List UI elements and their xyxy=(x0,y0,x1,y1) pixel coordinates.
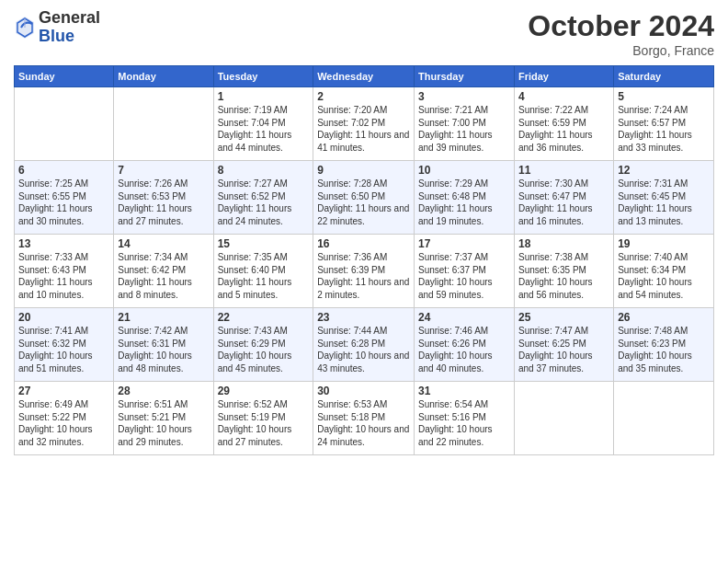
day-info: Sunrise: 7:22 AM Sunset: 6:59 PM Dayligh… xyxy=(518,104,609,154)
day-number: 24 xyxy=(418,311,510,324)
calendar-table: Sunday Monday Tuesday Wednesday Thursday… xyxy=(14,65,714,455)
table-row: 26Sunrise: 7:48 AM Sunset: 6:23 PM Dayli… xyxy=(614,308,714,382)
table-row: 24Sunrise: 7:46 AM Sunset: 6:26 PM Dayli… xyxy=(415,308,515,382)
table-row: 12Sunrise: 7:31 AM Sunset: 6:45 PM Dayli… xyxy=(614,161,714,235)
header-saturday: Saturday xyxy=(614,66,714,87)
day-info: Sunrise: 6:53 AM Sunset: 5:18 PM Dayligh… xyxy=(317,398,410,448)
day-number: 7 xyxy=(118,164,209,177)
table-row: 23Sunrise: 7:44 AM Sunset: 6:28 PM Dayli… xyxy=(313,308,415,382)
day-info: Sunrise: 7:37 AM Sunset: 6:37 PM Dayligh… xyxy=(418,251,510,301)
day-info: Sunrise: 7:24 AM Sunset: 6:57 PM Dayligh… xyxy=(618,104,710,154)
logo: General Blue xyxy=(14,9,100,46)
table-row: 11Sunrise: 7:30 AM Sunset: 6:47 PM Dayli… xyxy=(514,161,613,235)
day-number: 1 xyxy=(218,90,310,103)
day-info: Sunrise: 7:46 AM Sunset: 6:26 PM Dayligh… xyxy=(418,325,510,374)
table-row xyxy=(514,382,613,455)
day-number: 3 xyxy=(418,90,510,103)
day-number: 28 xyxy=(118,385,209,397)
day-info: Sunrise: 6:51 AM Sunset: 5:21 PM Dayligh… xyxy=(118,398,209,448)
day-number: 29 xyxy=(218,385,310,397)
day-number: 22 xyxy=(218,311,310,324)
day-info: Sunrise: 7:43 AM Sunset: 6:29 PM Dayligh… xyxy=(218,325,310,374)
day-number: 17 xyxy=(418,237,510,250)
table-row: 21Sunrise: 7:42 AM Sunset: 6:31 PM Dayli… xyxy=(114,308,213,382)
day-number: 11 xyxy=(518,164,609,177)
day-number: 15 xyxy=(218,237,310,250)
day-info: Sunrise: 6:54 AM Sunset: 5:16 PM Dayligh… xyxy=(418,398,510,448)
day-number: 20 xyxy=(18,311,109,324)
day-number: 9 xyxy=(317,164,410,177)
day-number: 2 xyxy=(317,90,410,103)
table-row: 18Sunrise: 7:38 AM Sunset: 6:35 PM Dayli… xyxy=(514,235,613,308)
table-row: 3Sunrise: 7:21 AM Sunset: 7:00 PM Daylig… xyxy=(415,87,515,161)
location: Borgo, France xyxy=(528,43,714,58)
table-row: 10Sunrise: 7:29 AM Sunset: 6:48 PM Dayli… xyxy=(415,161,515,235)
table-row: 25Sunrise: 7:47 AM Sunset: 6:25 PM Dayli… xyxy=(514,308,613,382)
table-row: 7Sunrise: 7:26 AM Sunset: 6:53 PM Daylig… xyxy=(114,161,213,235)
table-row: 16Sunrise: 7:36 AM Sunset: 6:39 PM Dayli… xyxy=(313,235,415,308)
day-number: 31 xyxy=(418,385,510,397)
table-row: 19Sunrise: 7:40 AM Sunset: 6:34 PM Dayli… xyxy=(614,235,714,308)
day-number: 16 xyxy=(317,237,410,250)
day-info: Sunrise: 7:35 AM Sunset: 6:40 PM Dayligh… xyxy=(218,251,310,301)
day-number: 13 xyxy=(18,237,109,250)
table-row: 15Sunrise: 7:35 AM Sunset: 6:40 PM Dayli… xyxy=(213,235,313,308)
logo-text: General Blue xyxy=(39,9,100,46)
day-info: Sunrise: 7:21 AM Sunset: 7:00 PM Dayligh… xyxy=(418,104,510,154)
day-info: Sunrise: 7:19 AM Sunset: 7:04 PM Dayligh… xyxy=(218,104,310,154)
header-tuesday: Tuesday xyxy=(213,66,313,87)
table-row: 22Sunrise: 7:43 AM Sunset: 6:29 PM Dayli… xyxy=(213,308,313,382)
table-row: 5Sunrise: 7:24 AM Sunset: 6:57 PM Daylig… xyxy=(614,87,714,161)
day-number: 19 xyxy=(618,237,710,250)
header-sunday: Sunday xyxy=(15,66,114,87)
page: General Blue October 2024 Borgo, France … xyxy=(0,0,728,563)
day-info: Sunrise: 7:27 AM Sunset: 6:52 PM Dayligh… xyxy=(218,178,310,227)
table-row: 13Sunrise: 7:33 AM Sunset: 6:43 PM Dayli… xyxy=(15,235,114,308)
header-friday: Friday xyxy=(514,66,613,87)
table-row xyxy=(114,87,213,161)
day-info: Sunrise: 7:47 AM Sunset: 6:25 PM Dayligh… xyxy=(518,325,609,374)
table-row: 27Sunrise: 6:49 AM Sunset: 5:22 PM Dayli… xyxy=(15,382,114,455)
day-number: 30 xyxy=(317,385,410,397)
day-info: Sunrise: 7:28 AM Sunset: 6:50 PM Dayligh… xyxy=(317,178,410,227)
day-number: 5 xyxy=(618,90,710,103)
day-number: 14 xyxy=(118,237,209,250)
day-info: Sunrise: 7:42 AM Sunset: 6:31 PM Dayligh… xyxy=(118,325,209,374)
table-row: 20Sunrise: 7:41 AM Sunset: 6:32 PM Dayli… xyxy=(15,308,114,382)
table-row: 31Sunrise: 6:54 AM Sunset: 5:16 PM Dayli… xyxy=(415,382,515,455)
day-info: Sunrise: 6:52 AM Sunset: 5:19 PM Dayligh… xyxy=(218,398,310,448)
table-row: 2Sunrise: 7:20 AM Sunset: 7:02 PM Daylig… xyxy=(313,87,415,161)
table-row xyxy=(614,382,714,455)
logo-blue: Blue xyxy=(39,28,100,46)
day-info: Sunrise: 7:34 AM Sunset: 6:42 PM Dayligh… xyxy=(118,251,209,301)
day-info: Sunrise: 7:25 AM Sunset: 6:55 PM Dayligh… xyxy=(18,178,109,227)
day-number: 6 xyxy=(18,164,109,177)
day-info: Sunrise: 7:26 AM Sunset: 6:53 PM Dayligh… xyxy=(118,178,209,227)
calendar-week-2: 6Sunrise: 7:25 AM Sunset: 6:55 PM Daylig… xyxy=(15,161,714,235)
table-row: 14Sunrise: 7:34 AM Sunset: 6:42 PM Dayli… xyxy=(114,235,213,308)
month-title: October 2024 xyxy=(528,9,714,43)
logo-general: General xyxy=(39,9,100,28)
day-number: 27 xyxy=(18,385,109,397)
header-thursday: Thursday xyxy=(415,66,515,87)
table-row: 6Sunrise: 7:25 AM Sunset: 6:55 PM Daylig… xyxy=(15,161,114,235)
day-number: 4 xyxy=(518,90,609,103)
day-number: 23 xyxy=(317,311,410,324)
table-row: 28Sunrise: 6:51 AM Sunset: 5:21 PM Dayli… xyxy=(114,382,213,455)
day-number: 26 xyxy=(618,311,710,324)
logo-icon xyxy=(14,15,36,40)
table-row: 29Sunrise: 6:52 AM Sunset: 5:19 PM Dayli… xyxy=(213,382,313,455)
day-number: 21 xyxy=(118,311,209,324)
day-info: Sunrise: 7:44 AM Sunset: 6:28 PM Dayligh… xyxy=(317,325,410,374)
header: General Blue October 2024 Borgo, France xyxy=(14,9,714,58)
day-info: Sunrise: 7:31 AM Sunset: 6:45 PM Dayligh… xyxy=(618,178,710,227)
table-row: 4Sunrise: 7:22 AM Sunset: 6:59 PM Daylig… xyxy=(514,87,613,161)
header-wednesday: Wednesday xyxy=(313,66,415,87)
table-row: 30Sunrise: 6:53 AM Sunset: 5:18 PM Dayli… xyxy=(313,382,415,455)
day-number: 8 xyxy=(218,164,310,177)
calendar-week-4: 20Sunrise: 7:41 AM Sunset: 6:32 PM Dayli… xyxy=(15,308,714,382)
day-info: Sunrise: 7:20 AM Sunset: 7:02 PM Dayligh… xyxy=(317,104,410,154)
day-number: 12 xyxy=(618,164,710,177)
day-number: 25 xyxy=(518,311,609,324)
title-block: October 2024 Borgo, France xyxy=(528,9,714,58)
